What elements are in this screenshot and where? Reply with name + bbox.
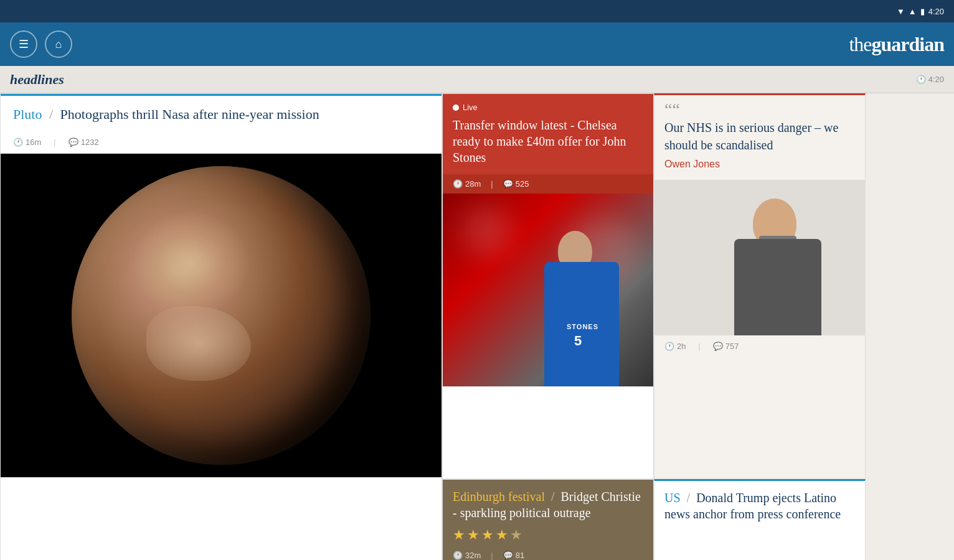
- battery-icon: ▮: [920, 7, 925, 16]
- trump-title: US / Donald Trump ejects Latino news anc…: [664, 490, 855, 522]
- nav-left: ☰ ⌂: [10, 30, 72, 58]
- pluto-highlight: [131, 211, 251, 315]
- bokeh-2: [461, 206, 511, 256]
- stones-number: 5: [574, 333, 582, 349]
- stones-name: STONES: [567, 323, 598, 330]
- opinion-meta: 🕐 2h | 💬 757: [654, 335, 865, 357]
- live-dot: [453, 105, 459, 111]
- transfer-top: Live Transfer window latest - Chelsea re…: [443, 94, 653, 174]
- edinburgh-comments: 💬 81: [503, 551, 524, 560]
- headlines-time-value: 4:20: [928, 75, 944, 84]
- clock-icon-t: 🕐: [453, 179, 463, 189]
- star-5: ★: [510, 527, 522, 543]
- headlines-title: headlines: [10, 72, 64, 88]
- star-4: ★: [496, 527, 508, 543]
- top-nav: ☰ ⌂ theguardian: [0, 22, 954, 66]
- person-body: [734, 239, 821, 335]
- pluto-comments-value: 1232: [81, 138, 99, 147]
- star-3: ★: [481, 527, 494, 543]
- opinion-content: ““ Our NHS is in serious danger – we sho…: [654, 95, 865, 180]
- edinburgh-sep: /: [551, 490, 555, 503]
- guardian-logo: theguardian: [849, 33, 944, 56]
- pluto-circle: [72, 166, 371, 465]
- star-2: ★: [467, 527, 479, 543]
- pluto-region: [146, 306, 251, 381]
- comment-icon: 💬: [68, 138, 78, 147]
- pluto-image: [1, 154, 442, 477]
- pluto-time: 🕐 16m: [13, 138, 41, 147]
- transfer-title: Transfer window latest - Chelsea ready t…: [453, 117, 643, 166]
- home-icon: ⌂: [55, 38, 62, 51]
- stones-image: STONES 5: [443, 194, 653, 386]
- pluto-header: Pluto / Photographs thrill Nasa after ni…: [1, 94, 442, 131]
- edinburgh-content: Edinburgh festival / Bridget Christie - …: [443, 480, 653, 560]
- opinion-image: [654, 180, 865, 335]
- home-button[interactable]: ⌂: [45, 30, 72, 58]
- opinion-time: 🕐 2h: [664, 342, 686, 351]
- transfer-meta: 🕐 28m | 💬 525: [443, 174, 653, 194]
- status-time: 4:20: [928, 7, 944, 16]
- pluto-pipe: |: [54, 138, 55, 147]
- card-transfer[interactable]: Live Transfer window latest - Chelsea re…: [442, 93, 654, 479]
- stones-body: STONES 5: [544, 262, 619, 386]
- edinburgh-time-value: 32m: [465, 551, 481, 560]
- live-badge: Live: [453, 103, 643, 112]
- menu-icon: ☰: [19, 37, 29, 51]
- status-bar: ▼ ▲ ▮ 4:20: [0, 0, 954, 22]
- pluto-headline: Photographs thrill Nasa after nine-year …: [60, 106, 319, 122]
- pluto-meta: 🕐 16m | 💬 1232: [1, 131, 442, 154]
- opinion-quote-marks: ““: [664, 105, 855, 114]
- edinburgh-section: Edinburgh festival: [453, 490, 545, 503]
- edinburgh-stars: ★ ★ ★ ★ ★: [453, 527, 643, 543]
- edinburgh-meta: 🕐 32m | 💬 81: [453, 551, 643, 560]
- pluto-section: Pluto: [13, 106, 42, 122]
- trump-sep: /: [687, 491, 691, 505]
- transfer-comments: 💬 525: [503, 179, 529, 189]
- wifi-icon: ▼: [897, 7, 905, 16]
- logo-guardian: guardian: [872, 33, 944, 55]
- card-opinion[interactable]: ““ Our NHS is in serious danger – we sho…: [654, 93, 866, 479]
- star-1: ★: [453, 527, 465, 543]
- menu-button[interactable]: ☰: [10, 30, 37, 58]
- pluto-sep: /: [49, 106, 53, 122]
- edinburgh-comments-value: 81: [516, 551, 524, 560]
- card-trump[interactable]: US / Donald Trump ejects Latino news anc…: [654, 479, 866, 560]
- status-icons: ▼ ▲ ▮ 4:20: [897, 7, 944, 16]
- opinion-time-value: 2h: [677, 342, 686, 351]
- opinion-title: Our NHS is in serious danger – we should…: [664, 119, 855, 154]
- comment-icon-e: 💬: [503, 551, 513, 560]
- pluto-comments: 💬 1232: [68, 138, 99, 147]
- headlines-time: 🕐 4:20: [916, 75, 944, 84]
- live-label: Live: [463, 103, 478, 112]
- clock-icon-e: 🕐: [453, 551, 463, 560]
- signal-icon: ▲: [909, 7, 917, 16]
- edinburgh-time: 🕐 32m: [453, 551, 481, 560]
- clock-icon: 🕐: [13, 138, 23, 147]
- trump-section: US: [664, 491, 681, 505]
- opinion-author: Owen Jones: [664, 159, 855, 170]
- main-grid: Pluto / Photographs thrill Nasa after ni…: [0, 93, 954, 560]
- person-figure: [728, 198, 828, 335]
- headlines-bar: headlines 🕐 4:20: [0, 66, 954, 93]
- opinion-comments-value: 757: [725, 342, 739, 351]
- trump-headline: Donald Trump ejects Latino news anchor f…: [664, 491, 841, 521]
- logo-the: the: [849, 33, 871, 55]
- transfer-time: 🕐 28m: [453, 179, 481, 189]
- card-edinburgh[interactable]: Edinburgh festival / Bridget Christie - …: [442, 479, 654, 560]
- comment-icon-o: 💬: [713, 342, 723, 351]
- edinburgh-pipe: |: [491, 551, 493, 560]
- pluto-time-value: 16m: [26, 138, 41, 147]
- comment-icon-t: 💬: [503, 179, 513, 189]
- pluto-title: Pluto / Photographs thrill Nasa after ni…: [13, 106, 429, 124]
- trump-content: US / Donald Trump ejects Latino news anc…: [654, 481, 865, 560]
- card-pluto[interactable]: Pluto / Photographs thrill Nasa after ni…: [0, 93, 442, 560]
- opinion-comments: 💬 757: [713, 342, 739, 351]
- edinburgh-title: Edinburgh festival / Bridget Christie - …: [453, 488, 643, 521]
- transfer-comments-value: 525: [516, 179, 529, 189]
- stones-figure: STONES 5: [526, 212, 638, 386]
- clock-icon-o: 🕐: [664, 342, 674, 351]
- clock-icon-small: 🕐: [916, 75, 926, 84]
- transfer-time-value: 28m: [465, 179, 481, 189]
